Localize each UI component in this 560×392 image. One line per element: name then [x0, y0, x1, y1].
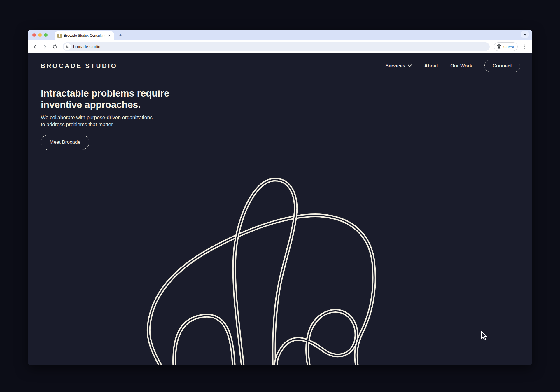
window-maximize-button[interactable] [44, 33, 48, 37]
nav-services-label: Services [386, 63, 405, 69]
browser-toolbar: brocade.studio Guest [28, 40, 532, 53]
browser-window: B Brocade Studio: Consulting f ✕ + [28, 30, 532, 365]
chevron-down-icon [408, 64, 412, 67]
nav-our-work-label: Our Work [450, 63, 472, 69]
chevron-down-icon [524, 34, 527, 36]
page-content: BROCADE STUDIO Services About Our Work C… [28, 53, 532, 365]
tab-close-icon[interactable]: ✕ [107, 34, 112, 38]
window-minimize-button[interactable] [38, 33, 42, 37]
knot-line-illustration [131, 169, 376, 365]
meet-brocade-button[interactable]: Meet Brocade [41, 135, 89, 150]
connect-button[interactable]: Connect [484, 60, 520, 72]
browser-menu-button[interactable] [520, 43, 528, 51]
tab-title: Brocade Studio: Consulting f [64, 34, 105, 38]
address-bar[interactable]: brocade.studio [63, 42, 490, 51]
kebab-menu-icon [524, 44, 525, 49]
nav-our-work[interactable]: Our Work [450, 63, 472, 69]
reload-button[interactable] [50, 42, 59, 51]
tab-search-button[interactable] [521, 31, 529, 38]
back-button[interactable] [31, 42, 39, 51]
back-icon [32, 44, 38, 49]
guest-profile-icon [496, 44, 502, 49]
site-settings-button[interactable] [64, 43, 71, 50]
forward-button[interactable] [41, 42, 49, 51]
profile-button[interactable]: Guest [494, 42, 518, 51]
browser-tab[interactable]: B Brocade Studio: Consulting f ✕ [55, 32, 114, 40]
hero-heading-line1: Intractable problems require [41, 88, 532, 99]
profile-label: Guest [503, 45, 514, 49]
mouse-cursor-icon [481, 331, 488, 341]
hero-subtext-line2: to address problems that matter. [41, 121, 532, 128]
site-nav: Services About Our Work Connect [386, 60, 520, 72]
site-logo[interactable]: BROCADE STUDIO [41, 62, 117, 70]
favicon-icon: B [57, 34, 62, 38]
hero-heading: Intractable problems require inventive a… [41, 88, 532, 110]
site-header: BROCADE STUDIO Services About Our Work C… [28, 53, 532, 78]
tab-strip: B Brocade Studio: Consulting f ✕ + [28, 30, 532, 40]
forward-icon [42, 44, 48, 49]
url-text[interactable]: brocade.studio [73, 44, 100, 49]
hero-section: Intractable problems require inventive a… [28, 78, 532, 150]
traffic-lights [32, 30, 48, 40]
window-close-button[interactable] [32, 33, 36, 37]
tune-icon [66, 45, 69, 49]
hero-subtext-line1: We collaborate with purpose-driven organ… [41, 114, 532, 121]
hero-heading-line2: inventive approaches. [41, 99, 532, 110]
reload-icon [52, 44, 57, 49]
nav-about-label: About [424, 63, 438, 69]
hero-subtext: We collaborate with purpose-driven organ… [41, 114, 532, 128]
nav-services[interactable]: Services [386, 63, 412, 69]
new-tab-button[interactable]: + [117, 32, 124, 39]
nav-about[interactable]: About [424, 63, 438, 69]
